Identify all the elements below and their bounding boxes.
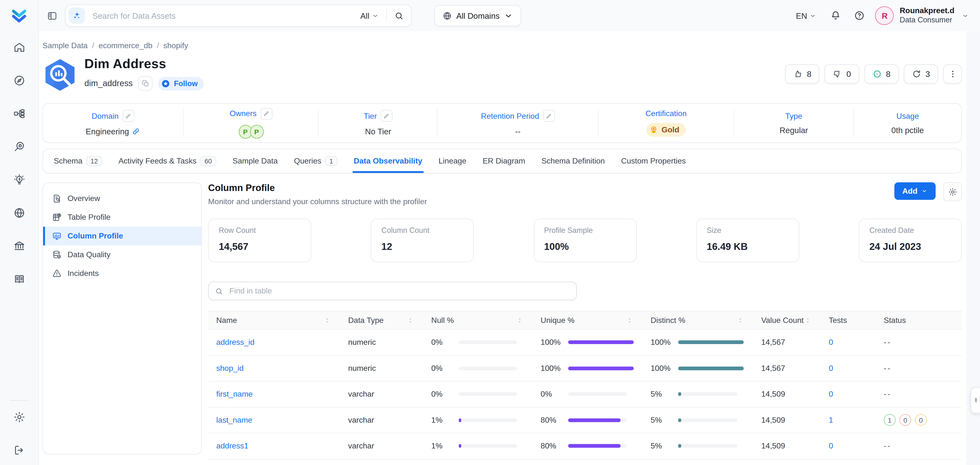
percent-value: 100% bbox=[651, 338, 678, 347]
sort-caret-icon[interactable] bbox=[737, 316, 744, 324]
column-name-link[interactable]: first_name bbox=[216, 390, 253, 398]
rail-insights-icon[interactable] bbox=[13, 173, 25, 186]
status-badge-success[interactable]: 1 bbox=[884, 414, 896, 426]
sort-caret-icon[interactable] bbox=[407, 316, 414, 324]
column-header-null-[interactable]: Null % bbox=[424, 316, 533, 325]
user-avatar[interactable]: R bbox=[875, 6, 894, 25]
column-name-link[interactable]: address_id bbox=[216, 338, 255, 347]
column-header-value-count[interactable]: Value Count bbox=[754, 316, 821, 325]
tests-link[interactable]: 1 bbox=[829, 416, 833, 425]
breadcrumb-item[interactable]: ecommerce_db bbox=[99, 41, 153, 50]
column-header-name[interactable]: Name bbox=[208, 316, 341, 325]
cell-null: 1% bbox=[424, 442, 533, 451]
rail-lineage-icon[interactable] bbox=[13, 107, 25, 120]
sort-caret-icon[interactable] bbox=[516, 316, 523, 324]
progress-fill bbox=[678, 418, 681, 422]
sidebar-toggle-icon[interactable] bbox=[47, 10, 57, 21]
global-search-input[interactable] bbox=[91, 10, 360, 21]
downvote-button[interactable]: 0 bbox=[825, 64, 859, 84]
tab-lineage[interactable]: Lineage bbox=[439, 149, 466, 173]
tab-queries[interactable]: Queries1 bbox=[294, 149, 337, 173]
meta-label[interactable]: Certification bbox=[645, 109, 687, 118]
user-menu-chevron-icon[interactable] bbox=[962, 12, 969, 19]
all-domains-button[interactable]: All Domains bbox=[434, 5, 522, 26]
column-header-unique-[interactable]: Unique % bbox=[533, 316, 643, 325]
profiler-settings-button[interactable] bbox=[943, 182, 962, 201]
watch-count-button[interactable]: 8 bbox=[864, 64, 899, 84]
meta-label[interactable]: Retention Period bbox=[481, 111, 539, 120]
tab-label: Activity Feeds & Tasks bbox=[118, 157, 196, 165]
add-button[interactable]: Add bbox=[894, 182, 935, 200]
rail-settings-icon[interactable] bbox=[13, 411, 25, 424]
column-header-distinct-[interactable]: Distinct % bbox=[643, 316, 754, 325]
tests-link[interactable]: 0 bbox=[829, 338, 833, 347]
sort-caret-icon[interactable] bbox=[804, 316, 811, 324]
rail-domains-icon[interactable] bbox=[13, 206, 25, 219]
status-badge-aborted[interactable]: 0 bbox=[915, 414, 927, 426]
sidebar-item-overview[interactable]: Overview bbox=[43, 189, 201, 208]
tab-activity-feeds-tasks[interactable]: Activity Feeds & Tasks60 bbox=[118, 149, 216, 173]
tab-count-badge: 1 bbox=[325, 156, 337, 166]
find-in-table[interactable] bbox=[208, 281, 577, 300]
tab-schema[interactable]: Schema12 bbox=[54, 149, 102, 173]
cell-distinct: 100% bbox=[643, 338, 754, 347]
meta-label[interactable]: Owners bbox=[230, 109, 257, 118]
language-selector[interactable]: EN bbox=[796, 11, 816, 20]
sidebar-item-incidents[interactable]: Incidents bbox=[43, 264, 201, 283]
column-name-link[interactable]: shop_id bbox=[216, 364, 243, 373]
sidebar-item-column-profile[interactable]: Column Profile bbox=[43, 227, 201, 246]
side-panel-handle[interactable] bbox=[970, 387, 980, 413]
sort-caret-icon[interactable] bbox=[324, 316, 331, 324]
search-scope-dropdown[interactable]: All bbox=[360, 11, 379, 20]
more-options-button[interactable] bbox=[943, 64, 962, 84]
tests-link[interactable]: 0 bbox=[829, 390, 833, 398]
sidebar-item-table-profile[interactable]: Table Profile bbox=[43, 208, 201, 227]
global-search[interactable]: All bbox=[65, 5, 412, 27]
app-logo-icon[interactable] bbox=[10, 7, 28, 25]
domain-link-icon[interactable] bbox=[132, 127, 140, 135]
rail-explore-icon[interactable] bbox=[13, 74, 25, 87]
sort-caret-icon[interactable] bbox=[626, 316, 633, 324]
edit-pencil-icon[interactable] bbox=[260, 108, 272, 120]
rail-governance-icon[interactable] bbox=[13, 240, 25, 252]
meta-label[interactable]: Tier bbox=[364, 111, 377, 120]
meta-label[interactable]: Type bbox=[786, 111, 802, 120]
version-history-button[interactable]: 3 bbox=[904, 64, 938, 84]
meta-label[interactable]: Usage bbox=[896, 111, 919, 120]
edit-pencil-icon[interactable] bbox=[381, 110, 393, 122]
breadcrumb-item[interactable]: Sample Data bbox=[43, 41, 88, 50]
tab-er-diagram[interactable]: ER Diagram bbox=[483, 149, 525, 173]
column-header-data-type[interactable]: Data Type bbox=[341, 316, 424, 325]
summary-cards: Row Count14,567Column Count12Profile Sam… bbox=[208, 219, 962, 262]
column-name-link[interactable]: address1 bbox=[216, 442, 248, 451]
follow-button[interactable]: Follow bbox=[158, 76, 204, 90]
user-info[interactable]: Rounakpreet.d Data Consumer bbox=[900, 6, 955, 25]
owner-avatar[interactable]: P bbox=[250, 125, 263, 138]
tab-custom-properties[interactable]: Custom Properties bbox=[621, 149, 686, 173]
tab-data-observability[interactable]: Data Observability bbox=[354, 149, 422, 173]
copy-name-button[interactable] bbox=[138, 76, 153, 90]
sidebar-item-data-quality[interactable]: Data Quality bbox=[43, 246, 201, 264]
upvote-button[interactable]: 8 bbox=[785, 64, 819, 84]
edit-pencil-icon[interactable] bbox=[543, 110, 555, 122]
tab-sample-data[interactable]: Sample Data bbox=[232, 149, 278, 173]
find-in-table-input[interactable] bbox=[228, 286, 570, 296]
edit-pencil-icon[interactable] bbox=[123, 110, 134, 122]
meta-value: Regular bbox=[780, 125, 808, 135]
rail-logout-icon[interactable] bbox=[13, 444, 25, 457]
status-badge-failed[interactable]: 0 bbox=[899, 414, 911, 426]
tab-schema-definition[interactable]: Schema Definition bbox=[541, 149, 605, 173]
tests-link[interactable]: 0 bbox=[829, 364, 833, 373]
meta-label[interactable]: Domain bbox=[92, 111, 119, 120]
notifications-bell-icon[interactable] bbox=[830, 10, 842, 21]
help-icon[interactable] bbox=[854, 10, 865, 21]
tests-link[interactable]: 0 bbox=[829, 442, 833, 451]
warning-icon bbox=[52, 269, 62, 279]
rail-glossary-icon[interactable] bbox=[13, 273, 25, 285]
column-name-link[interactable]: last_name bbox=[216, 416, 252, 425]
rail-home-icon[interactable] bbox=[13, 41, 25, 54]
rail-observability-icon[interactable] bbox=[13, 140, 25, 153]
breadcrumb-item[interactable]: shopify bbox=[164, 41, 188, 50]
search-icon[interactable] bbox=[394, 11, 404, 20]
ai-sparkle-icon[interactable] bbox=[69, 8, 85, 24]
